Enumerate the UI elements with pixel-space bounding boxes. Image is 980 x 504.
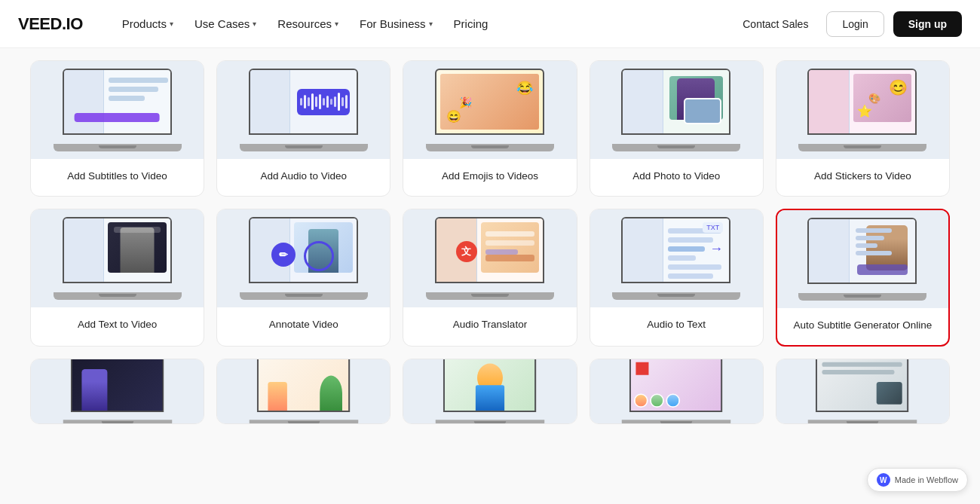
nav-item-pricing[interactable]: Pricing: [445, 11, 498, 36]
laptop-audiototext: → TXT: [612, 217, 740, 300]
nav-item-usecases[interactable]: Use Cases ▾: [185, 11, 265, 36]
illus-row: [109, 78, 168, 83]
arrow-icon: →: [709, 241, 723, 257]
card-image-annotate: ✏: [217, 209, 390, 307]
card-mini-5[interactable]: [776, 359, 950, 424]
emoji-2: 😄: [446, 109, 461, 124]
nav-item-forbusiness[interactable]: For Business ▾: [351, 11, 442, 36]
card-image-mini2: [217, 359, 390, 423]
laptop-screen-stickers: 😊 ⭐ 🎨: [807, 69, 917, 135]
illus-row: [109, 96, 145, 101]
screen-content-photo: [623, 70, 729, 133]
screen-content-subtitles: [64, 70, 170, 133]
laptop-base: [426, 144, 554, 151]
card-annotate[interactable]: ✏ Annotate Video: [216, 209, 390, 347]
person-mini1: [81, 369, 107, 411]
card-image-subtitles: [31, 61, 204, 159]
card-label-text: Add Text to Video: [31, 307, 204, 344]
card-image-stickers: 😊 ⭐ 🎨: [776, 61, 949, 159]
sticker-video: 😊 ⭐ 🎨: [853, 74, 911, 122]
card-image-photo: [590, 61, 763, 159]
card-image-translator: 文: [403, 209, 576, 307]
content-mini1: [72, 359, 162, 411]
laptop-autosubtitle: [798, 218, 926, 301]
laptop-mini1: [63, 359, 172, 423]
card-image-audio: [217, 61, 390, 159]
translator-area: [477, 218, 543, 282]
nav-usecases-label: Use Cases: [194, 17, 250, 30]
nav-item-products[interactable]: Products ▾: [113, 11, 182, 36]
card-translator[interactable]: 文 Audio Translator: [403, 209, 577, 347]
person-mini2: [268, 382, 287, 411]
login-button[interactable]: Login: [826, 11, 884, 37]
photo-inset: [684, 98, 721, 124]
base-mini5: [808, 420, 917, 423]
card-mini-3[interactable]: [403, 359, 577, 424]
card-mini-4[interactable]: [590, 359, 764, 424]
card-stickers[interactable]: 😊 ⭐ 🎨 Add Stickers to Video: [776, 60, 950, 197]
line: [668, 273, 713, 279]
sticker-1: 😊: [889, 78, 908, 96]
nav-item-resources[interactable]: Resources ▾: [268, 11, 348, 36]
sidebar-illustration: [64, 218, 105, 282]
annotate-video: [294, 222, 352, 273]
annotation-circle: [304, 241, 334, 271]
screen-mini1: [71, 359, 164, 413]
laptop-base: [798, 144, 926, 151]
thumb-mini5: [877, 382, 902, 405]
laptop-base: [798, 293, 926, 301]
photo-main-area: [663, 70, 729, 133]
card-autosubtitle[interactable]: Auto Subtitle Generator Online: [776, 209, 950, 347]
card-audio[interactable]: Add Audio to Video: [216, 60, 390, 197]
autosubtitle-area: [850, 219, 915, 283]
card-mini-1[interactable]: [30, 359, 204, 424]
signup-button[interactable]: Sign up: [893, 11, 962, 37]
card-grid-row1: Add Subtitles to Video: [30, 60, 950, 197]
nav-right: Contact Sales Login Sign up: [733, 11, 962, 37]
laptop-stickers: 😊 ⭐ 🎨: [798, 69, 926, 151]
card-label-photo: Add Photo to Video: [590, 159, 763, 196]
line2: [485, 240, 534, 246]
card-mini-2[interactable]: [216, 359, 390, 424]
card-audiototext[interactable]: → TXT Audio to Text: [590, 209, 764, 347]
screen-content-emojis: 😂 😄 🎉: [436, 70, 543, 133]
content-mini4: [631, 359, 721, 411]
nav-pricing-label: Pricing: [454, 17, 488, 30]
card-emojis[interactable]: 😂 😄 🎉 Add Emojis to Videos: [403, 60, 577, 197]
audio-area: [290, 70, 356, 133]
laptop-screen-emojis: 😂 😄 🎉: [435, 69, 544, 135]
card-label-annotate: Annotate Video: [217, 307, 390, 344]
nav-forbusiness-label: For Business: [360, 17, 426, 30]
logo[interactable]: VEED.IO: [18, 14, 83, 34]
card-text[interactable]: Add Text to Video: [30, 209, 204, 347]
laptop-annotate: ✏: [240, 217, 368, 300]
sticker-3: 🎨: [868, 93, 880, 104]
screen-content-translator: 文: [436, 218, 543, 282]
emoji-3: 🎉: [459, 96, 472, 108]
base-mini2: [250, 420, 359, 423]
person-figure: [120, 228, 154, 273]
laptop-base: [240, 144, 368, 151]
faces-mini4: [634, 394, 680, 408]
card-subtitles[interactable]: Add Subtitles to Video: [30, 60, 204, 197]
card-photo[interactable]: Add Photo to Video: [590, 60, 764, 197]
laptop-screen-audiototext: → TXT: [621, 217, 730, 283]
contact-sales-button[interactable]: Contact Sales: [733, 12, 817, 36]
laptop-base: [54, 144, 182, 151]
screen-content-audio: [250, 70, 357, 133]
laptop-base: [426, 292, 554, 300]
sidebar-illustration: [623, 218, 663, 282]
laptop-base: [54, 292, 182, 300]
annotate-area: [290, 218, 356, 282]
main-illustration: [104, 70, 170, 133]
screen-mini3: [443, 359, 536, 413]
face3: [666, 394, 681, 408]
card-image-mini1: [31, 359, 204, 423]
screen-content-annotate: ✏: [250, 218, 357, 282]
webflow-badge: W Made in Webflow: [867, 468, 968, 492]
sidebar-illustration: [623, 70, 663, 133]
screen-mini5: [816, 359, 908, 413]
face2: [650, 394, 664, 408]
laptop-base: [240, 292, 368, 300]
screen-mini4: [629, 359, 722, 413]
